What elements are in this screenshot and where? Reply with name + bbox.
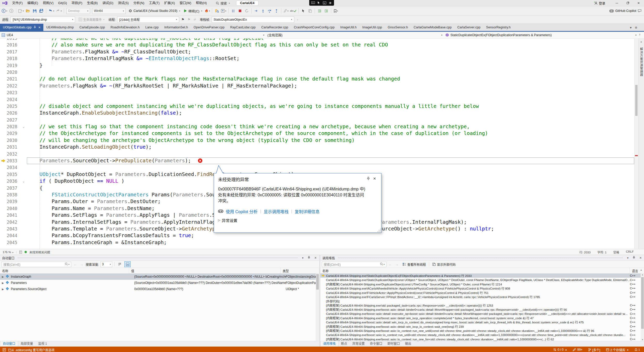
menu-8[interactable]: 分析(N) — [131, 0, 147, 6]
breadcrumb-member-dropdown[interactable]: StaticDuplicateObjectEx(FObjectDuplicati… — [444, 32, 644, 38]
save-button[interactable] — [31, 8, 38, 14]
code-line-2015[interactable]: 2015 // make sure we are not duplicating… — [0, 38, 634, 42]
copy-format-button[interactable] — [307, 8, 313, 14]
close-icon[interactable] — [328, 1, 332, 5]
breakpoint-margin[interactable] — [0, 42, 7, 48]
indent-increase-button[interactable] — [323, 8, 329, 14]
show-next-statement-button[interactable] — [253, 8, 259, 14]
panel-tab-局部变量[interactable]: 局部变量 — [18, 341, 36, 347]
code-line-2018[interactable]: 2018 Parameters.InternalFlagMask &= ~EIn… — [0, 55, 634, 62]
autos-scrollbar[interactable] — [316, 274, 319, 341]
process-dropdown[interactable]: [N/A] UE4Minidump.dmp▾ — [11, 17, 75, 23]
panel-tab-断点[interactable]: 断点 — [338, 341, 350, 347]
code-line-2022[interactable]: 2022 Parameters.FlagMask &= ~(RF_MarkAsR… — [0, 83, 634, 89]
thread-dropdown[interactable]: [21644] 主线程▾ — [117, 17, 179, 23]
breakpoint-margin[interactable] — [0, 144, 7, 150]
format-hex-icon[interactable]: ⌀b — [124, 261, 131, 267]
column-name[interactable]: 名称 — [0, 268, 129, 273]
pin-icon[interactable] — [632, 256, 636, 260]
call-stack-frame-7[interactable]: [内联框架] CarlaUE4-Win64-Shipping.exe!std::… — [320, 303, 644, 307]
tab-RoadInfoElevation.h[interactable]: RoadInfoElevation.h — [108, 24, 142, 31]
editor-vertical-scrollbar[interactable] — [634, 38, 638, 249]
breakpoint-margin[interactable] — [0, 226, 7, 232]
save-all-button[interactable] — [38, 8, 44, 14]
code-line-2029[interactable]: 2029 // the ObjectArchetype for instance… — [0, 130, 634, 137]
solution-name[interactable]: CarlaUE4 — [236, 1, 258, 5]
break-all-button[interactable] — [230, 8, 236, 14]
close-icon[interactable]: ✕ — [313, 256, 318, 260]
solution-config-dropdown[interactable]: Develop▾ — [66, 8, 90, 14]
pin-icon[interactable] — [34, 26, 36, 29]
branch-button[interactable]: [多个] — [588, 348, 600, 352]
menu-4[interactable]: 项目(P) — [69, 0, 85, 6]
sync-status-button[interactable]: 0 / 0▲ — [553, 348, 567, 351]
tab-CarlaRecorder.cpp[interactable]: CarlaRecorder.cpp — [258, 24, 291, 31]
column-value[interactable]: 值 — [129, 268, 281, 273]
autos-header[interactable]: 自动窗口 ▾ ✕ — [0, 255, 319, 261]
column-name[interactable]: 名称 — [320, 268, 630, 273]
hot-reload-button[interactable]: ▾ — [204, 8, 210, 14]
indent-decrease-button[interactable] — [316, 8, 323, 14]
toolbar-overflow-icon[interactable]: ⌄ — [297, 18, 299, 21]
menu-3[interactable]: Git(G) — [56, 0, 69, 6]
undo-button[interactable]: ▾ — [48, 8, 55, 14]
call-stack-scrollbar[interactable]: ▲ ▼ — [641, 274, 644, 341]
call-stack-frame-2[interactable]: [内联框架] CarlaUE4-Win64-Shipping.exe!Dupli… — [320, 282, 644, 286]
breadcrumb-project-dropdown[interactable]: +‡ UE4 ▾ — [0, 32, 266, 38]
menu-10[interactable]: 扩展(X) — [162, 0, 177, 6]
close-icon[interactable]: ✕ — [38, 26, 41, 29]
code-line-2026[interactable]: 2026 InstanceGraph.EnableSubobjectInstan… — [0, 110, 634, 116]
tab-UE4Minidump.dmp[interactable]: UE4Minidump.dmp — [43, 24, 76, 31]
prev-result-icon[interactable]: ← — [388, 262, 393, 266]
selection-mode-button[interactable] — [300, 8, 306, 14]
navigate-forward-button[interactable] — [8, 8, 14, 14]
tab-list-icon[interactable]: ▼ — [629, 26, 632, 29]
call-stack-frame-13[interactable]: [内联框架] CarlaUE4-Win64-Shipping.exe!boost… — [320, 329, 644, 333]
pending-changes-button[interactable]: 99+ — [573, 348, 582, 351]
split-window-icon[interactable]: ⤒ — [639, 33, 640, 37]
code-cleanup-button[interactable]: ▾ — [283, 8, 289, 14]
call-stack-frame-10[interactable]: [内联框架] CarlaUE4-Win64-Shipping.exe!boost… — [320, 316, 644, 320]
keyboard-icon[interactable]: N — [322, 1, 327, 5]
sign-in-button[interactable]: 登录 — [594, 1, 605, 6]
open-file-button[interactable] — [25, 8, 31, 14]
view-all-threads-button[interactable]: 查看所有线程 — [401, 261, 427, 267]
breakpoint-margin[interactable] — [0, 191, 7, 198]
breakpoint-margin[interactable] — [0, 219, 7, 226]
breakpoint-margin[interactable] — [0, 185, 7, 191]
solution-platform-dropdown[interactable]: Win64▾ — [92, 8, 126, 14]
call-stack-frame-8[interactable]: [内联框架] CarlaUE4-Win64-Shipping.exe!boost… — [320, 307, 644, 311]
breakpoint-margin[interactable] — [0, 117, 7, 123]
breakpoint-margin[interactable] — [0, 151, 7, 157]
tab-InformationSet.h[interactable]: InformationSet.h — [161, 24, 191, 31]
tab-RayCastLidar.cpp[interactable]: RayCastLidar.cpp — [227, 24, 259, 31]
screen-share-icon[interactable] — [311, 1, 315, 5]
breakpoint-margin[interactable] — [0, 130, 7, 137]
panel-tab-命令窗口[interactable]: 命令窗口 — [367, 341, 385, 347]
restart-button[interactable] — [244, 8, 250, 14]
call-stack-frame-3[interactable]: CarlaUE4-Win64-Shipping.exe!ACarlaWheele… — [320, 286, 644, 290]
expander-icon[interactable]: ▶ — [0, 275, 6, 278]
editor-status-item-2[interactable]: 空格 — [613, 250, 619, 254]
breakpoint-margin[interactable] — [0, 178, 7, 185]
fold-collapse-icon[interactable]: ⌄ — [20, 178, 27, 185]
breakpoint-margin[interactable] — [0, 232, 7, 239]
show-external-code-button[interactable]: 显示外部代码 — [431, 261, 457, 267]
autos-row-InstanceGraph[interactable]: ▶InstanceGraph{SourceRoot=0x000000000000… — [0, 274, 319, 280]
close-window-button[interactable]: ✕ — [633, 0, 644, 6]
code-line-2021[interactable]: 2021 // do not allow duplication of the … — [0, 76, 634, 82]
search-depth-dropdown[interactable]: 3▾ — [100, 262, 112, 267]
editor-status-item-0[interactable]: 行: 2033 — [579, 250, 591, 254]
code-line-2023[interactable]: 2023 — [0, 89, 634, 96]
code-line-2030[interactable]: 2030 // will be changing the archetype's… — [0, 137, 634, 144]
code-line-2017[interactable]: 2017 Parameters.FlagMask &= ~RF_ClassDef… — [0, 49, 634, 55]
menu-6[interactable]: 调试(D) — [100, 0, 116, 6]
code-line-2032[interactable]: 2032 — [0, 151, 634, 157]
tab-SensorRegistry.h[interactable]: SensorRegistry.h — [483, 24, 513, 31]
show-call-stack-link[interactable]: 显示调用堆栈 — [264, 208, 289, 214]
analyze-with-copilot-link[interactable]: 使用 Copilot 分析 — [226, 208, 258, 214]
tab-CarlaEpisode.cpp[interactable]: CarlaEpisode.cpp — [77, 24, 108, 31]
code-line-2019[interactable]: 2019 } — [0, 62, 634, 69]
menu-11[interactable]: 窗口(W) — [177, 0, 194, 6]
breakpoint-margin[interactable] — [0, 83, 7, 89]
